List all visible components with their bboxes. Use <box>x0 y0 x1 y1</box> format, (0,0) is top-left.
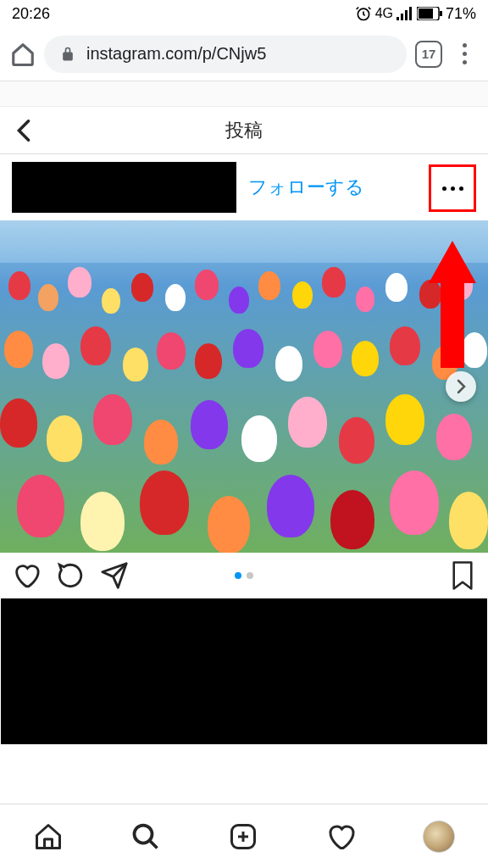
chevron-right-icon <box>456 379 466 394</box>
post-image[interactable] <box>0 220 488 553</box>
nav-profile-avatar[interactable] <box>423 821 455 853</box>
nav-search-icon[interactable] <box>130 821 161 852</box>
svg-rect-1 <box>396 17 399 20</box>
carousel-next-button[interactable] <box>446 371 476 402</box>
annotation-arrow-icon <box>429 241 476 368</box>
instagram-header: 投稿 <box>0 107 488 154</box>
like-icon[interactable] <box>12 561 41 590</box>
svg-rect-4 <box>409 7 412 20</box>
svg-rect-2 <box>401 14 403 20</box>
home-icon[interactable] <box>10 42 36 67</box>
url-bar[interactable]: instagram.com/p/CNjw5 <box>44 36 407 73</box>
battery-icon <box>417 7 442 20</box>
svg-rect-3 <box>405 10 408 20</box>
nav-create-icon[interactable] <box>228 821 258 852</box>
comment-icon[interactable] <box>56 561 85 590</box>
android-status-bar: 20:26 4G 71% <box>0 0 488 27</box>
browser-menu-icon[interactable] <box>451 43 478 64</box>
tab-switcher[interactable]: 17 <box>415 41 442 68</box>
nav-home-icon[interactable] <box>33 821 64 852</box>
post-header: フォローする <box>0 154 488 220</box>
bottom-navigation <box>0 804 488 868</box>
status-indicators: 4G 71% <box>355 5 476 23</box>
chrome-toolbar: instagram.com/p/CNjw5 17 <box>0 27 488 81</box>
share-icon[interactable] <box>100 561 129 590</box>
bookmark-icon[interactable] <box>449 560 476 591</box>
svg-rect-7 <box>440 11 442 16</box>
caption-redacted <box>1 598 487 744</box>
network-label: 4G <box>375 6 393 21</box>
svg-point-8 <box>135 825 152 843</box>
url-text: instagram.com/p/CNjw5 <box>86 44 266 64</box>
lock-icon <box>59 46 76 63</box>
follow-button[interactable]: フォローする <box>248 175 364 200</box>
signal-icon <box>396 7 413 20</box>
chevron-left-icon <box>16 119 31 142</box>
more-options-button[interactable] <box>429 164 476 212</box>
post-actions <box>0 553 488 598</box>
alarm-icon <box>355 5 372 22</box>
battery-percent: 71% <box>446 5 476 23</box>
username-redacted[interactable] <box>12 162 236 213</box>
page-title: 投稿 <box>225 118 263 143</box>
nav-activity-icon[interactable] <box>325 821 356 852</box>
carousel-indicator <box>235 572 253 579</box>
back-button[interactable] <box>0 119 47 142</box>
svg-rect-6 <box>419 8 433 19</box>
spacer <box>0 81 488 107</box>
status-time: 20:26 <box>12 5 50 23</box>
